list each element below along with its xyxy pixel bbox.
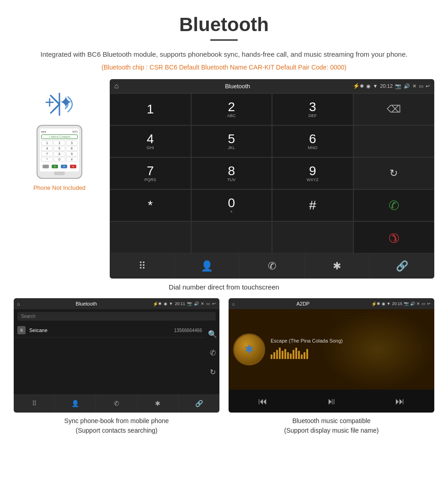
- contacts-close-icon[interactable]: ✕: [201, 301, 204, 306]
- nav-link[interactable]: 🔗: [370, 253, 434, 279]
- music-body: •••••••••••• •••••••••••• ✱ Escape (The …: [229, 309, 434, 390]
- back-icon[interactable]: ↩: [426, 83, 430, 89]
- dial-key-hash[interactable]: #: [272, 189, 353, 221]
- dial-key-8[interactable]: 8 TUV: [191, 157, 272, 189]
- dial-call-red-button[interactable]: ✆: [353, 221, 435, 253]
- phone-mockup: ●●●M25 + Add to Contacts 1 2 3 4 5 6 7 8…: [37, 125, 82, 179]
- phone-key-5[interactable]: 5: [53, 146, 65, 151]
- music-prev-button[interactable]: ⏮: [258, 396, 267, 407]
- svg-rect-10: [290, 354, 292, 359]
- contacts-caption-line2: (Support contacts searching): [64, 426, 169, 435]
- dial-key-2[interactable]: 2 ABC: [191, 93, 272, 125]
- contacts-status-bar: ⌂ Bluetooth ⚡ ✱ ◉ ▼ 20:11 📷 🔊 ✕ ▭ ↩: [14, 298, 219, 309]
- music-controls: ⏮ ⏯ ⏭: [229, 390, 434, 413]
- close-icon[interactable]: ✕: [412, 83, 416, 89]
- window-icon[interactable]: ▭: [419, 83, 423, 89]
- dial-key-star[interactable]: *: [110, 189, 191, 221]
- search-side-icon[interactable]: 🔍: [208, 330, 217, 338]
- phone-key-9[interactable]: 9: [66, 151, 78, 156]
- contacts-search-placeholder: Search: [21, 314, 36, 319]
- phone-bt-btn[interactable]: ✦: [61, 165, 67, 168]
- phone-side-icon[interactable]: ✆: [210, 349, 216, 357]
- phone-home-button[interactable]: [54, 172, 65, 175]
- contacts-win-icon[interactable]: ▭: [206, 301, 210, 306]
- reload-icon: ↻: [389, 167, 398, 179]
- nav-bluetooth[interactable]: ✱: [305, 253, 370, 279]
- music-close-icon[interactable]: ✕: [416, 301, 420, 306]
- dial-key-9[interactable]: 9 WXYZ: [272, 157, 353, 189]
- status-right-icons: ✱ ◉ ▼ 20:12 📷 🔊 ✕ ▭ ↩: [360, 83, 430, 89]
- music-time: 20:15: [392, 301, 402, 306]
- contacts-bottom-nav: ⠿ 👤 ✆ ✱ 🔗: [14, 394, 219, 413]
- home-icon[interactable]: ⌂: [114, 82, 119, 90]
- nav-phone[interactable]: ✆: [240, 253, 304, 279]
- contacts-nav-link[interactable]: 🔗: [179, 394, 219, 413]
- volume-icon[interactable]: 🔊: [404, 83, 410, 89]
- phone-call-btn[interactable]: ✆: [52, 165, 58, 168]
- dial-key-4[interactable]: 4 GHI: [110, 125, 191, 157]
- phone-back-btn[interactable]: ←: [43, 165, 49, 168]
- phone-key-7[interactable]: 7: [41, 151, 53, 156]
- svg-rect-12: [295, 348, 297, 359]
- dialer-screen-title: Bluetooth: [123, 83, 353, 90]
- phone-key-3[interactable]: 3: [66, 140, 78, 145]
- phone-key-star[interactable]: *: [41, 157, 53, 162]
- contacts-signal-icon: ▼: [169, 301, 173, 306]
- dial-key-1[interactable]: 1: [110, 93, 191, 125]
- music-play-pause-button[interactable]: ⏯: [327, 396, 336, 407]
- music-cam-icon[interactable]: 📷: [404, 301, 409, 306]
- music-caption-line1: Bluetooth music compatible: [284, 416, 379, 426]
- phone-key-1[interactable]: 1: [41, 140, 53, 145]
- reload-side-icon[interactable]: ↻: [210, 368, 216, 376]
- phone-key-8[interactable]: 8: [53, 151, 65, 156]
- dial-key-6[interactable]: 6 MNO: [272, 125, 353, 157]
- dial-key-5[interactable]: 5 JKL: [191, 125, 272, 157]
- phone-key-2[interactable]: 2: [53, 140, 65, 145]
- contacts-nav-phone[interactable]: ✆: [96, 394, 137, 413]
- svg-rect-14: [301, 354, 303, 359]
- contacts-nav-bt[interactable]: ✱: [138, 394, 179, 413]
- contacts-list: S Seicane 13566664466: [14, 323, 206, 383]
- contacts-nav-dialpad[interactable]: ⠿: [14, 394, 55, 413]
- contacts-side-icons: 🔍 ✆ ↻: [206, 323, 219, 383]
- svg-rect-5: [276, 350, 278, 359]
- green-phone-icon: ✆: [389, 198, 399, 213]
- nav-contacts[interactable]: 👤: [175, 253, 240, 279]
- phone-key-hash[interactable]: #: [66, 157, 78, 162]
- phone-key-4[interactable]: 4: [41, 146, 53, 151]
- contacts-cam-icon[interactable]: 📷: [187, 301, 192, 306]
- music-back-icon[interactable]: ↩: [427, 301, 431, 306]
- contacts-back-icon[interactable]: ↩: [212, 301, 216, 306]
- music-right-status: ✱ ◉ ▼ 20:15 📷 🔊 ✕ ▭ ↩: [377, 301, 431, 306]
- dialer-bottom-nav: ⠿ 👤 ✆ ✱ 🔗: [110, 253, 434, 279]
- svg-rect-6: [279, 348, 281, 359]
- music-dot-pattern: •••••••••••• ••••••••••••: [332, 313, 431, 317]
- camera-icon[interactable]: 📷: [395, 83, 401, 89]
- dialer-status-bar: ⌂ Bluetooth ⚡ ✱ ◉ ▼ 20:12 📷 🔊 ✕ ▭ ↩: [110, 79, 434, 93]
- contacts-search-bar[interactable]: Search: [17, 312, 216, 321]
- music-win-icon[interactable]: ▭: [421, 301, 426, 306]
- dial-key-reload[interactable]: ↻: [353, 157, 435, 189]
- dial-call-green-button[interactable]: ✆: [353, 189, 435, 221]
- contacts-vol-icon[interactable]: 🔊: [194, 301, 199, 306]
- phone-add-contact-label: + Add to Contacts: [41, 134, 78, 139]
- dial-key-3[interactable]: 3 DEF: [272, 93, 353, 125]
- dial-cell-empty-4: [272, 221, 353, 253]
- dial-key-backspace[interactable]: ⌫: [353, 93, 435, 125]
- music-vol-icon[interactable]: 🔊: [410, 301, 415, 306]
- contact-number: 13566664466: [174, 328, 202, 333]
- contacts-nav-user[interactable]: 👤: [55, 394, 96, 413]
- dial-key-7[interactable]: 7 PQRS: [110, 157, 191, 189]
- svg-rect-13: [298, 351, 300, 359]
- contact-row[interactable]: S Seicane 13566664466: [14, 323, 206, 338]
- dial-key-0[interactable]: 0 +: [191, 189, 272, 221]
- phone-image-area: + ✦ ●●●M25 + Add to Contacts: [14, 79, 105, 191]
- nav-dialpad[interactable]: ⠿: [110, 253, 175, 279]
- phone-end-btn[interactable]: ✆: [70, 165, 76, 168]
- svg-rect-11: [293, 350, 294, 359]
- phone-screen-header: ●●●M25: [41, 130, 78, 133]
- phone-key-6[interactable]: 6: [66, 146, 78, 151]
- backspace-icon: ⌫: [387, 103, 401, 115]
- music-next-button[interactable]: ⏭: [395, 396, 405, 407]
- phone-key-0[interactable]: 0: [53, 157, 65, 162]
